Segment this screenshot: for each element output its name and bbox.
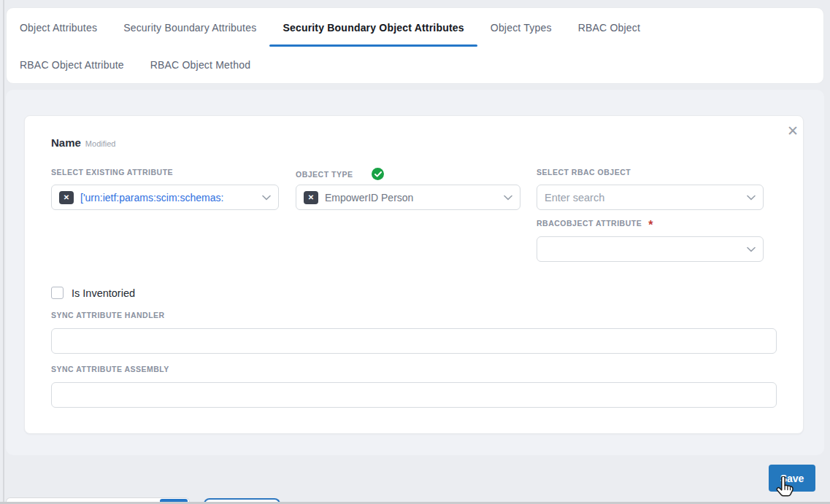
object-type-value: EmpowerID Person xyxy=(325,192,498,203)
chevron-down-icon[interactable] xyxy=(262,195,271,201)
form-header: Name Modified xyxy=(51,136,115,149)
tab-rbac-object-method[interactable]: RBAC Object Method xyxy=(137,47,264,83)
form-title: Name xyxy=(51,136,81,149)
rbac-object-label: SELECT RBAC OBJECT xyxy=(537,168,631,177)
rbac-object-attribute-label: RBACOBJECT ATTRIBUTE xyxy=(537,219,642,228)
tab-security-boundary-object-attributes[interactable]: Security Boundary Object Attributes xyxy=(269,8,477,47)
tab-bar-card: Object Attributes Security Boundary Attr… xyxy=(6,7,824,84)
tab-object-types[interactable]: Object Types xyxy=(477,8,565,47)
tab-row-1: Object Attributes Security Boundary Attr… xyxy=(7,8,823,47)
tab-security-boundary-attributes[interactable]: Security Boundary Attributes xyxy=(110,8,269,47)
object-type-label-row: OBJECT TYPE xyxy=(296,168,384,180)
window-edge-line xyxy=(3,0,4,504)
existing-attribute-select[interactable]: ✕ ['urn:ietf:params:scim:schemas: xyxy=(51,185,279,210)
rbac-object-attribute-select[interactable] xyxy=(537,236,764,262)
sync-attribute-handler-label: SYNC ATTRIBUTE HANDLER xyxy=(51,311,165,319)
edit-attribute-form: ✕ Name Modified SELECT EXISTING ATTRIBUT… xyxy=(24,115,804,434)
remove-value-icon[interactable]: ✕ xyxy=(304,191,318,204)
tab-row-2: RBAC Object Attribute RBAC Object Method xyxy=(7,47,823,83)
existing-attribute-value: ['urn:ietf:params:scim:schemas: xyxy=(80,192,256,203)
rbac-object-placeholder: Enter search xyxy=(545,192,741,203)
rbac-object-select[interactable]: Enter search xyxy=(537,185,764,210)
tab-rbac-object-attribute[interactable]: RBAC Object Attribute xyxy=(7,47,137,83)
rbac-object-attribute-label-row: RBACOBJECT ATTRIBUTE * xyxy=(537,219,653,228)
existing-attribute-label: SELECT EXISTING ATTRIBUTE xyxy=(51,168,173,177)
close-icon[interactable]: ✕ xyxy=(784,122,802,139)
tab-rbac-object[interactable]: RBAC Object xyxy=(565,8,653,47)
chevron-down-icon[interactable] xyxy=(747,195,756,201)
object-type-label: OBJECT TYPE xyxy=(296,170,353,179)
sync-attribute-handler-input[interactable] xyxy=(51,328,777,354)
is-inventoried-label: Is Inventoried xyxy=(72,287,135,299)
chevron-down-icon[interactable] xyxy=(747,247,756,252)
valid-check-icon xyxy=(372,168,384,180)
chevron-down-icon[interactable] xyxy=(504,195,512,201)
sync-attribute-assembly-input[interactable] xyxy=(51,382,777,408)
modified-badge: Modified xyxy=(85,139,116,148)
object-type-select[interactable]: ✕ EmpowerID Person xyxy=(296,185,520,210)
tab-object-attributes[interactable]: Object Attributes xyxy=(7,8,110,47)
is-inventoried-row[interactable]: Is Inventoried xyxy=(51,287,135,299)
remove-value-icon[interactable]: ✕ xyxy=(59,191,74,204)
is-inventoried-checkbox[interactable] xyxy=(51,287,64,299)
save-button[interactable]: Save xyxy=(769,465,815,492)
sync-attribute-assembly-label: SYNC ATTRIBUTE ASSEMBLY xyxy=(51,365,169,373)
